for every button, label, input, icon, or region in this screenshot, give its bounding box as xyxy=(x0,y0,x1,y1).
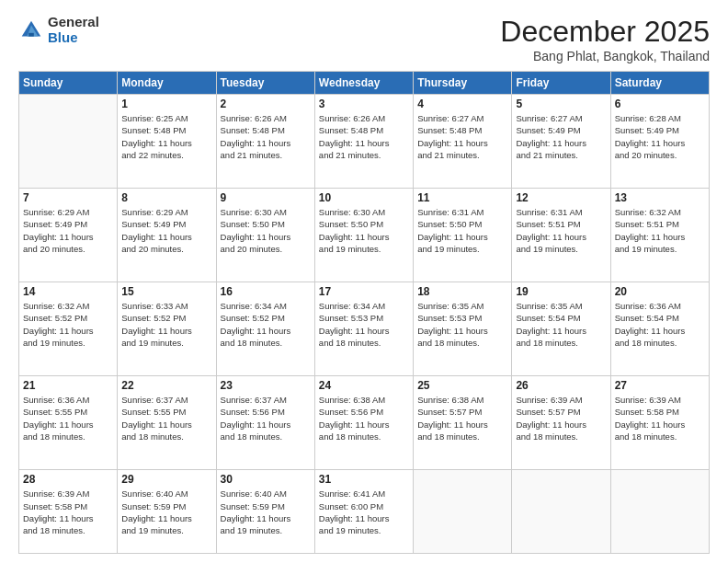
weekday-header-tuesday: Tuesday xyxy=(216,72,314,95)
day-cell: 25Sunrise: 6:38 AMSunset: 5:57 PMDayligh… xyxy=(414,376,512,470)
day-info: Sunrise: 6:33 AMSunset: 5:52 PMDaylight:… xyxy=(121,300,211,349)
day-number: 3 xyxy=(319,98,409,110)
weekday-header-row: SundayMondayTuesdayWednesdayThursdayFrid… xyxy=(19,72,710,95)
day-cell: 11Sunrise: 6:31 AMSunset: 5:50 PMDayligh… xyxy=(414,189,512,282)
week-row-2: 7Sunrise: 6:29 AMSunset: 5:49 PMDaylight… xyxy=(19,189,710,282)
day-info: Sunrise: 6:26 AMSunset: 5:48 PMDaylight:… xyxy=(221,112,311,161)
day-cell: 21Sunrise: 6:36 AMSunset: 5:55 PMDayligh… xyxy=(19,376,118,470)
day-info: Sunrise: 6:39 AMSunset: 5:58 PMDaylight:… xyxy=(23,488,113,536)
week-row-4: 21Sunrise: 6:36 AMSunset: 5:55 PMDayligh… xyxy=(19,376,710,470)
day-cell: 15Sunrise: 6:33 AMSunset: 5:52 PMDayligh… xyxy=(118,282,216,376)
day-cell: 3Sunrise: 6:26 AMSunset: 5:48 PMDaylight… xyxy=(314,95,413,189)
day-number: 25 xyxy=(417,379,507,392)
day-info: Sunrise: 6:39 AMSunset: 5:58 PMDaylight:… xyxy=(615,394,705,442)
day-cell: 13Sunrise: 6:32 AMSunset: 5:51 PMDayligh… xyxy=(610,189,709,282)
day-info: Sunrise: 6:34 AMSunset: 5:52 PMDaylight:… xyxy=(221,300,311,349)
weekday-header-sunday: Sunday xyxy=(19,72,118,95)
day-number: 6 xyxy=(615,98,705,110)
location: Bang Phlat, Bangkok, Thailand xyxy=(500,49,710,63)
day-cell: 29Sunrise: 6:40 AMSunset: 5:59 PMDayligh… xyxy=(118,470,216,554)
weekday-header-wednesday: Wednesday xyxy=(314,72,413,95)
day-cell: 6Sunrise: 6:28 AMSunset: 5:49 PMDaylight… xyxy=(610,95,709,189)
day-number: 22 xyxy=(121,379,211,392)
day-info: Sunrise: 6:26 AMSunset: 5:48 PMDaylight:… xyxy=(319,112,409,161)
day-cell: 4Sunrise: 6:27 AMSunset: 5:48 PMDaylight… xyxy=(414,95,512,189)
day-cell xyxy=(414,470,512,554)
day-cell: 22Sunrise: 6:37 AMSunset: 5:55 PMDayligh… xyxy=(118,376,216,470)
title-block: December 2025 Bang Phlat, Bangkok, Thail… xyxy=(500,15,710,63)
week-row-1: 1Sunrise: 6:25 AMSunset: 5:48 PMDaylight… xyxy=(19,95,710,189)
day-cell: 31Sunrise: 6:41 AMSunset: 6:00 PMDayligh… xyxy=(314,470,413,554)
day-number: 4 xyxy=(417,98,507,110)
weekday-header-thursday: Thursday xyxy=(414,72,512,95)
day-number: 20 xyxy=(615,285,705,298)
weekday-header-monday: Monday xyxy=(118,72,216,95)
day-cell: 17Sunrise: 6:34 AMSunset: 5:53 PMDayligh… xyxy=(314,282,413,376)
day-info: Sunrise: 6:36 AMSunset: 5:54 PMDaylight:… xyxy=(615,300,705,349)
logo-general: General xyxy=(48,15,99,30)
day-number: 8 xyxy=(121,191,211,204)
day-number: 30 xyxy=(221,473,311,486)
day-number: 1 xyxy=(121,98,211,110)
day-number: 31 xyxy=(319,473,409,486)
day-info: Sunrise: 6:35 AMSunset: 5:53 PMDaylight:… xyxy=(417,300,507,349)
day-cell: 5Sunrise: 6:27 AMSunset: 5:49 PMDaylight… xyxy=(512,95,610,189)
day-number: 10 xyxy=(319,191,409,204)
svg-rect-2 xyxy=(28,32,34,36)
header: General Blue December 2025 Bang Phlat, B… xyxy=(18,15,710,63)
day-number: 5 xyxy=(516,98,606,110)
day-number: 13 xyxy=(615,191,705,204)
day-number: 14 xyxy=(23,285,113,298)
day-info: Sunrise: 6:40 AMSunset: 5:59 PMDaylight:… xyxy=(221,488,311,536)
weekday-header-friday: Friday xyxy=(512,72,610,95)
day-number: 21 xyxy=(23,379,113,392)
day-info: Sunrise: 6:27 AMSunset: 5:48 PMDaylight:… xyxy=(417,112,507,161)
logo: General Blue xyxy=(18,15,99,45)
day-number: 15 xyxy=(121,285,211,298)
calendar-table: SundayMondayTuesdayWednesdayThursdayFrid… xyxy=(18,71,710,554)
day-info: Sunrise: 6:41 AMSunset: 6:00 PMDaylight:… xyxy=(319,488,409,536)
day-info: Sunrise: 6:29 AMSunset: 5:49 PMDaylight:… xyxy=(121,206,211,255)
day-cell: 24Sunrise: 6:38 AMSunset: 5:56 PMDayligh… xyxy=(314,376,413,470)
day-info: Sunrise: 6:35 AMSunset: 5:54 PMDaylight:… xyxy=(516,300,606,349)
day-cell: 7Sunrise: 6:29 AMSunset: 5:49 PMDaylight… xyxy=(19,189,118,282)
day-info: Sunrise: 6:28 AMSunset: 5:49 PMDaylight:… xyxy=(615,112,705,161)
logo-icon xyxy=(18,17,44,43)
day-info: Sunrise: 6:27 AMSunset: 5:49 PMDaylight:… xyxy=(516,112,606,161)
day-info: Sunrise: 6:36 AMSunset: 5:55 PMDaylight:… xyxy=(23,394,113,442)
month-title: December 2025 xyxy=(500,15,710,49)
day-info: Sunrise: 6:29 AMSunset: 5:49 PMDaylight:… xyxy=(23,206,113,255)
day-number: 16 xyxy=(221,285,311,298)
day-info: Sunrise: 6:34 AMSunset: 5:53 PMDaylight:… xyxy=(319,300,409,349)
day-cell: 23Sunrise: 6:37 AMSunset: 5:56 PMDayligh… xyxy=(216,376,314,470)
day-cell: 10Sunrise: 6:30 AMSunset: 5:50 PMDayligh… xyxy=(314,189,413,282)
day-cell: 14Sunrise: 6:32 AMSunset: 5:52 PMDayligh… xyxy=(19,282,118,376)
day-cell xyxy=(19,95,118,189)
week-row-3: 14Sunrise: 6:32 AMSunset: 5:52 PMDayligh… xyxy=(19,282,710,376)
day-info: Sunrise: 6:25 AMSunset: 5:48 PMDaylight:… xyxy=(121,112,211,161)
day-cell: 8Sunrise: 6:29 AMSunset: 5:49 PMDaylight… xyxy=(118,189,216,282)
day-info: Sunrise: 6:31 AMSunset: 5:50 PMDaylight:… xyxy=(417,206,507,255)
day-number: 17 xyxy=(319,285,409,298)
logo-text: General Blue xyxy=(48,15,99,45)
day-info: Sunrise: 6:38 AMSunset: 5:56 PMDaylight:… xyxy=(319,394,409,442)
page: General Blue December 2025 Bang Phlat, B… xyxy=(0,0,728,563)
day-info: Sunrise: 6:31 AMSunset: 5:51 PMDaylight:… xyxy=(516,206,606,255)
day-info: Sunrise: 6:30 AMSunset: 5:50 PMDaylight:… xyxy=(319,206,409,255)
day-cell xyxy=(512,470,610,554)
day-cell: 28Sunrise: 6:39 AMSunset: 5:58 PMDayligh… xyxy=(19,470,118,554)
day-cell: 2Sunrise: 6:26 AMSunset: 5:48 PMDaylight… xyxy=(216,95,314,189)
day-number: 24 xyxy=(319,379,409,392)
day-info: Sunrise: 6:38 AMSunset: 5:57 PMDaylight:… xyxy=(417,394,507,442)
day-number: 11 xyxy=(417,191,507,204)
day-number: 19 xyxy=(516,285,606,298)
day-number: 28 xyxy=(23,473,113,486)
day-info: Sunrise: 6:39 AMSunset: 5:57 PMDaylight:… xyxy=(516,394,606,442)
day-cell: 1Sunrise: 6:25 AMSunset: 5:48 PMDaylight… xyxy=(118,95,216,189)
day-number: 9 xyxy=(221,191,311,204)
day-cell: 9Sunrise: 6:30 AMSunset: 5:50 PMDaylight… xyxy=(216,189,314,282)
day-cell: 18Sunrise: 6:35 AMSunset: 5:53 PMDayligh… xyxy=(414,282,512,376)
day-cell xyxy=(610,470,709,554)
day-info: Sunrise: 6:32 AMSunset: 5:51 PMDaylight:… xyxy=(615,206,705,255)
day-number: 18 xyxy=(417,285,507,298)
